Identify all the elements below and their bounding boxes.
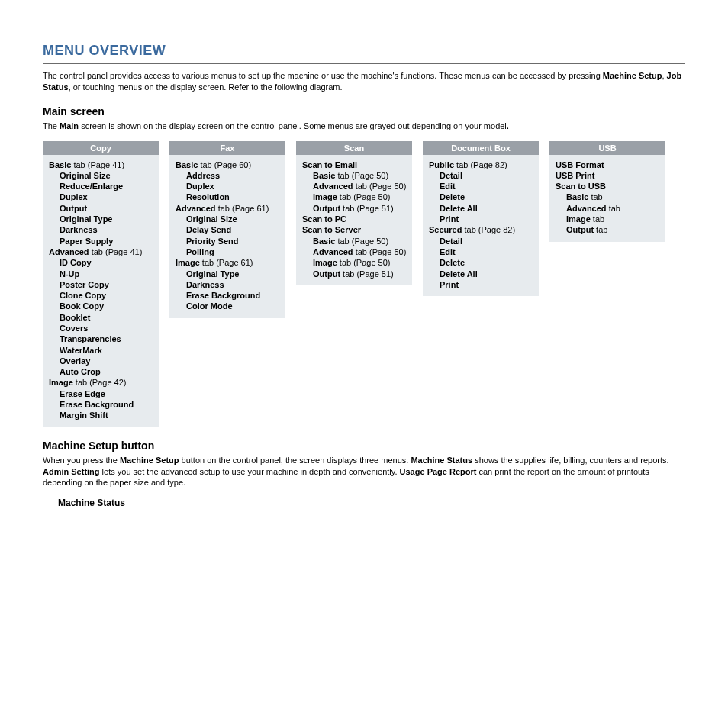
menu-item: Book Copy <box>60 301 156 311</box>
column-body: Basic tab (Page 41)Original SizeReduce/E… <box>43 155 159 427</box>
menu-column: ScanScan to EmailBasic tab (Page 50)Adva… <box>296 141 412 285</box>
menu-item: Booklet <box>60 312 156 323</box>
menu-column: USBUSB FormatUSB PrintScan to USBBasic t… <box>549 141 665 242</box>
menu-item: Basic tab <box>566 192 662 202</box>
menu-item: Reduce/Enlarge <box>60 181 156 192</box>
menu-item: Paper Supply <box>60 236 156 246</box>
column-header: Document Box <box>423 141 539 155</box>
menu-item: Margin Shift <box>60 410 156 420</box>
menu-item: Priority Send <box>186 236 282 246</box>
menu-item: Detail <box>440 236 536 246</box>
menu-item: Advanced tab (Page 50) <box>313 246 409 257</box>
menu-item: Image tab (Page 50) <box>313 257 409 268</box>
menu-item: Duplex <box>60 192 156 202</box>
menu-item: Image tab (Page 50) <box>313 192 409 202</box>
menu-item: Clone Copy <box>60 290 156 301</box>
menu-item: Advanced tab <box>566 203 662 214</box>
menu-item: Output <box>60 203 156 214</box>
menu-columns: CopyBasic tab (Page 41)Original SizeRedu… <box>43 141 685 427</box>
menu-item: Print <box>440 279 536 290</box>
column-header: USB <box>549 141 665 155</box>
column-header: Copy <box>43 141 159 155</box>
menu-column: CopyBasic tab (Page 41)Original SizeRedu… <box>43 141 159 427</box>
menu-item: Advanced tab (Page 61) <box>176 203 282 214</box>
menu-column: Document BoxPublic tab (Page 82)DetailEd… <box>423 141 539 297</box>
menu-item: N-Up <box>60 269 156 279</box>
menu-item: Print <box>440 214 536 224</box>
menu-item: Polling <box>186 246 282 257</box>
menu-item: Original Type <box>60 214 156 224</box>
menu-item: Detail <box>440 170 536 181</box>
machine-status-heading: Machine Status <box>58 498 685 508</box>
menu-item: Delete <box>440 192 536 202</box>
menu-item: Basic tab (Page 60) <box>176 159 282 170</box>
menu-item: Basic tab (Page 50) <box>313 170 409 181</box>
machine-setup-text: When you press the Machine Setup button … <box>43 455 685 489</box>
menu-item: Advanced tab (Page 41) <box>49 246 156 257</box>
title-rule <box>43 63 685 64</box>
menu-item: Darkness <box>186 279 282 290</box>
menu-item: Original Size <box>186 214 282 224</box>
menu-item: Edit <box>440 181 536 192</box>
menu-item: Erase Background <box>60 399 156 410</box>
menu-item: Image tab <box>566 214 662 224</box>
menu-item: Overlay <box>60 356 156 366</box>
column-body: Public tab (Page 82)DetailEditDeleteDele… <box>423 155 539 297</box>
menu-item: Basic tab (Page 50) <box>313 236 409 246</box>
menu-item: Output tab (Page 51) <box>313 269 409 279</box>
menu-item: Delete <box>440 257 536 268</box>
menu-item: ID Copy <box>60 257 156 268</box>
menu-item: Auto Crop <box>60 366 156 377</box>
column-body: Scan to EmailBasic tab (Page 50)Advanced… <box>296 155 412 285</box>
column-body: Basic tab (Page 60)AddressDuplexResoluti… <box>169 155 285 318</box>
menu-item: Scan to PC <box>302 214 409 224</box>
menu-item: Erase Background <box>186 290 282 301</box>
menu-item: Darkness <box>60 224 156 235</box>
menu-item: Delete All <box>440 203 536 214</box>
menu-item: Address <box>186 170 282 181</box>
main-screen-heading: Main screen <box>43 105 685 118</box>
menu-column: FaxBasic tab (Page 60)AddressDuplexResol… <box>169 141 285 318</box>
menu-item: Scan to Server <box>302 224 409 235</box>
main-screen-text: The Main screen is shown on the display … <box>43 121 685 132</box>
menu-item: Poster Copy <box>60 279 156 290</box>
menu-item: Scan to Email <box>302 159 409 170</box>
menu-item: Covers <box>60 323 156 333</box>
menu-item: Output tab <box>566 224 662 235</box>
menu-item: Resolution <box>186 192 282 202</box>
menu-item: Image tab (Page 42) <box>49 377 156 388</box>
menu-item: USB Format <box>556 159 662 170</box>
column-header: Fax <box>169 141 285 155</box>
menu-item: Original Type <box>186 269 282 279</box>
menu-item: Output tab (Page 51) <box>313 203 409 214</box>
intro-paragraph: The control panel provides access to var… <box>43 70 685 93</box>
menu-item: Scan to USB <box>556 181 662 192</box>
menu-item: Edit <box>440 246 536 257</box>
menu-item: USB Print <box>556 170 662 181</box>
menu-item: Color Mode <box>186 301 282 311</box>
menu-item: Image tab (Page 61) <box>176 257 282 268</box>
page-title: MENU OVERVIEW <box>43 43 685 59</box>
menu-item: Secured tab (Page 82) <box>429 224 536 235</box>
menu-item: Transparencies <box>60 333 156 344</box>
column-header: Scan <box>296 141 412 155</box>
menu-item: Original Size <box>60 170 156 181</box>
machine-setup-heading: Machine Setup button <box>43 440 685 452</box>
menu-item: Advanced tab (Page 50) <box>313 181 409 192</box>
menu-item: Delete All <box>440 269 536 279</box>
menu-item: WaterMark <box>60 345 156 356</box>
menu-item: Basic tab (Page 41) <box>49 159 156 170</box>
menu-item: Duplex <box>186 181 282 192</box>
menu-item: Erase Edge <box>60 388 156 399</box>
column-body: USB FormatUSB PrintScan to USBBasic tabA… <box>549 155 665 242</box>
menu-item: Delay Send <box>186 224 282 235</box>
menu-item: Public tab (Page 82) <box>429 159 536 170</box>
